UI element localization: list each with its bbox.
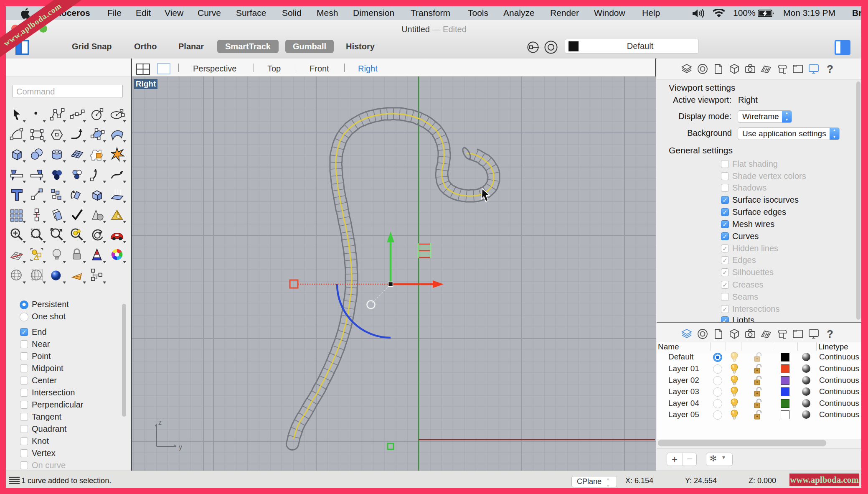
svg-text:y: y <box>179 443 182 451</box>
svg-text:?: ? <box>827 328 833 340</box>
svg-text:z: z <box>158 419 162 426</box>
svg-text:?: ? <box>827 63 833 75</box>
